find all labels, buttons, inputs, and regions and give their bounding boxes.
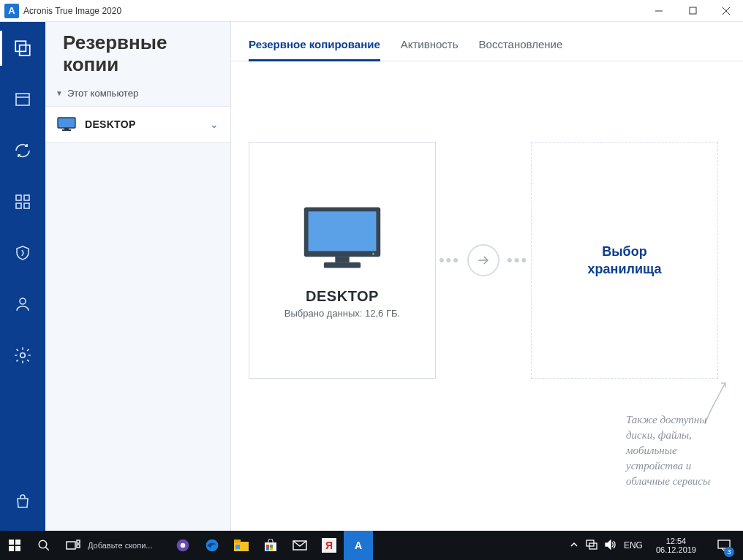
taskbar-mail-icon[interactable] [285,531,314,560]
svg-rect-24 [15,540,20,545]
nav-settings-icon[interactable] [10,342,36,368]
tray-clock[interactable]: 12:54 06.12.2019 [650,537,702,554]
window-title: Acronis True Image 2020 [23,6,121,16]
sidebar-group[interactable]: ▼ Этот компьютер [45,85,230,106]
sidebar-item-label: DESKTOP [85,118,201,130]
dots-left-icon: ••• [439,251,460,270]
source-card-title: DESKTOP [306,288,379,305]
nav-account-icon[interactable] [10,291,36,317]
svg-rect-29 [67,542,75,549]
source-card[interactable]: DESKTOP Выбрано данных: 12,6 ГБ. [249,142,436,379]
backup-stage: DESKTOP Выбрано данных: 12,6 ГБ. ••• •••… [231,61,743,531]
nav-archive-icon[interactable] [10,86,36,113]
svg-point-33 [181,543,186,548]
svg-rect-30 [77,540,80,543]
tray-network-icon[interactable] [586,540,597,552]
svg-rect-9 [24,195,29,200]
svg-rect-31 [77,545,80,548]
taskbar-search-hint[interactable]: Добавьте скопи... [88,541,168,550]
svg-rect-37 [235,545,240,549]
svg-rect-5 [20,45,30,56]
svg-rect-15 [64,128,69,129]
svg-rect-40 [270,545,273,548]
nav-store-icon[interactable] [10,488,36,515]
minimize-button[interactable] [642,0,676,22]
svg-rect-20 [324,262,361,268]
tray-language[interactable]: ENG [624,540,643,550]
destination-card[interactable]: Выбор хранилища [531,142,718,379]
svg-rect-42 [270,548,273,550]
nav-sync-icon[interactable] [10,137,36,164]
svg-rect-39 [266,545,269,548]
svg-rect-18 [309,211,377,251]
app-icon: A [4,4,19,18]
svg-text:Я: Я [325,540,333,551]
svg-rect-36 [234,540,241,543]
titlebar: A Acronis True Image 2020 [0,0,743,22]
svg-rect-19 [335,257,349,262]
taskbar-store-icon[interactable] [256,531,285,560]
svg-rect-16 [62,129,71,131]
monitor-icon [57,117,76,132]
source-card-subtitle: Выбрано данных: 12,6 ГБ. [284,308,400,319]
svg-point-27 [39,540,47,548]
flow-arrow: ••• ••• [436,142,531,379]
notification-badge: 3 [724,547,734,557]
sidebar: Резервные копии ▼ Этот компьютер DESKTOP… [45,22,231,531]
tab-restore[interactable]: Восстановление [479,38,563,61]
svg-marker-48 [606,540,611,549]
nav-tools-icon[interactable] [10,189,36,215]
svg-rect-25 [9,546,14,551]
start-button[interactable] [0,531,29,560]
svg-point-13 [20,353,26,358]
search-button[interactable] [29,531,59,560]
svg-point-21 [372,253,374,255]
dots-right-icon: ••• [507,251,528,270]
taskbar-yandex-icon[interactable]: Я [314,531,344,560]
sidebar-group-label: Этот компьютер [67,88,138,99]
nav-rail [0,22,45,531]
hint-text: Также доступны диски, файлы, мобильные у… [626,412,714,489]
taskbar-acronis-icon[interactable]: A [344,531,373,560]
svg-rect-41 [266,548,269,550]
close-button[interactable] [709,0,743,22]
arrow-right-icon [467,244,499,276]
tray-overflow-icon[interactable] [570,540,578,551]
svg-rect-8 [16,195,21,200]
tab-activity[interactable]: Активность [401,38,459,61]
maximize-button[interactable] [676,0,709,22]
svg-line-28 [45,547,49,550]
svg-rect-26 [15,546,20,551]
sidebar-item-desktop[interactable]: DESKTOP ⌄ [45,106,230,143]
desktop-icon [300,202,385,275]
nav-protection-icon[interactable] [10,240,36,266]
tab-backup[interactable]: Резервное копирование [249,38,380,61]
tray-volume-icon[interactable] [605,540,616,552]
svg-rect-14 [58,118,75,128]
chevron-down-icon: ▼ [56,89,63,97]
svg-rect-10 [16,203,21,208]
destination-card-title: Выбор хранилища [588,243,662,279]
taskbar-browser-icon[interactable] [168,531,197,560]
tray-notifications-icon[interactable]: 3 [709,531,739,560]
tabs: Резервное копирование Активность Восстан… [231,22,743,61]
svg-rect-4 [15,41,26,51]
taskview-button[interactable] [59,531,88,560]
svg-rect-23 [9,540,14,545]
svg-point-12 [20,298,26,304]
sidebar-heading: Резервные копии [45,32,230,85]
svg-rect-11 [24,203,29,208]
svg-rect-6 [16,94,29,105]
system-tray: ENG 12:54 06.12.2019 3 [570,531,743,560]
content: Резервное копирование Активность Восстан… [231,22,743,531]
taskbar-explorer-icon[interactable] [227,531,256,560]
taskbar: Добавьте скопи... Я A ENG 12:54 06.12.20… [0,531,743,560]
nav-backup-icon[interactable] [10,35,36,61]
chevron-down-icon: ⌄ [210,118,219,130]
svg-rect-1 [690,7,696,14]
taskbar-edge-icon[interactable] [197,531,227,560]
